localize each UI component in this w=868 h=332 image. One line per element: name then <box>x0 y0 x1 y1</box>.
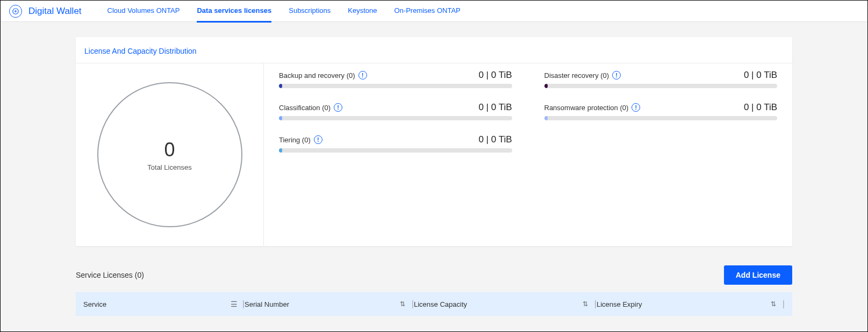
tab-bar: Cloud Volumes ONTAP Data services licens… <box>107 0 461 23</box>
metric-value: 0 | 0 TiB <box>478 102 512 113</box>
metric-value: 0 | 0 TiB <box>478 134 512 145</box>
metric-value: 0 | 0 TiB <box>478 70 512 81</box>
metric-disaster-recovery: Disaster recovery (0) ! 0 | 0 TiB <box>544 70 778 88</box>
tab-cloud-volumes-ontap[interactable]: Cloud Volumes ONTAP <box>107 0 180 23</box>
column-divider: | <box>591 299 597 309</box>
info-icon[interactable]: ! <box>314 135 322 144</box>
metric-classification: Classification (0) ! 0 | 0 TiB <box>279 102 512 120</box>
column-license-capacity: License Capacity ⇅ | <box>414 299 597 309</box>
progress-bar <box>544 84 778 88</box>
progress-fill <box>279 84 282 88</box>
progress-bar <box>279 148 512 153</box>
progress-fill <box>544 116 548 120</box>
column-divider: | <box>779 299 785 309</box>
column-label: License Expiry <box>597 300 642 308</box>
metric-value: 0 | 0 TiB <box>744 102 777 113</box>
distribution-body: 0 Total Licenses Backup and recovery (0)… <box>76 63 792 246</box>
column-serial-number: Serial Number ⇅ | <box>245 299 414 309</box>
column-label: Serial Number <box>245 300 289 308</box>
metrics-grid: Backup and recovery (0) ! 0 | 0 TiB Disa… <box>264 63 792 246</box>
filter-icon[interactable]: ☰ <box>231 300 236 308</box>
progress-fill <box>279 148 282 153</box>
donut-panel: 0 Total Licenses <box>76 63 264 246</box>
licenses-list-header: Service Licenses (0) Add License <box>76 265 792 285</box>
metric-value: 0 | 0 TiB <box>744 70 777 81</box>
metric-backup-recovery: Backup and recovery (0) ! 0 | 0 TiB <box>279 70 512 88</box>
total-licenses-donut: 0 Total Licenses <box>97 82 242 227</box>
tab-data-services-licenses[interactable]: Data services licenses <box>197 0 271 23</box>
app-title: Digital Wallet <box>28 6 82 17</box>
distribution-title: License And Capacity Distribution <box>76 37 792 63</box>
distribution-card: License And Capacity Distribution 0 Tota… <box>76 37 792 246</box>
info-icon[interactable]: ! <box>358 71 367 80</box>
licenses-table-header: Service ☰ | Serial Number ⇅ | License Ca… <box>76 292 792 316</box>
tab-keystone[interactable]: Keystone <box>348 0 377 23</box>
page-content: License And Capacity Distribution 0 Tota… <box>1 22 867 316</box>
metric-label: Disaster recovery (0) <box>544 71 609 80</box>
licenses-title: Service Licenses (0) <box>76 271 144 279</box>
metric-ransomware-protection: Ransomware protection (0) ! 0 | 0 TiB <box>544 102 778 120</box>
info-icon[interactable]: ! <box>612 71 621 80</box>
column-divider: | <box>239 299 245 309</box>
tab-on-premises-ontap[interactable]: On-Premises ONTAP <box>394 0 460 23</box>
progress-bar <box>279 84 512 88</box>
column-label: Service <box>83 300 106 308</box>
column-label: License Capacity <box>414 300 467 308</box>
metric-label: Classification (0) <box>279 104 331 112</box>
donut-value: 0 <box>164 139 175 161</box>
metric-tiering: Tiering (0) ! 0 | 0 TiB <box>279 134 512 153</box>
metric-label: Ransomware protection (0) <box>544 104 629 112</box>
sort-icon[interactable]: ⇅ <box>771 300 776 308</box>
progress-fill <box>279 116 282 120</box>
progress-bar <box>544 116 778 120</box>
column-license-expiry: License Expiry ⇅ | <box>597 299 785 309</box>
sort-icon[interactable]: ⇅ <box>400 300 405 308</box>
info-icon[interactable]: ! <box>632 103 640 112</box>
sort-icon[interactable]: ⇅ <box>583 300 588 308</box>
info-icon[interactable]: ! <box>334 103 342 112</box>
progress-bar <box>279 116 512 120</box>
column-service: Service ☰ | <box>83 299 245 309</box>
add-license-button[interactable]: Add License <box>724 265 792 285</box>
metric-label: Tiering (0) <box>279 136 311 144</box>
app-header: Digital Wallet Cloud Volumes ONTAP Data … <box>1 1 867 22</box>
tab-subscriptions[interactable]: Subscriptions <box>289 0 331 23</box>
wallet-icon <box>9 5 22 18</box>
progress-fill <box>544 84 548 88</box>
metric-label: Backup and recovery (0) <box>279 71 355 80</box>
column-divider: | <box>408 299 414 309</box>
donut-label: Total Licenses <box>147 163 191 171</box>
